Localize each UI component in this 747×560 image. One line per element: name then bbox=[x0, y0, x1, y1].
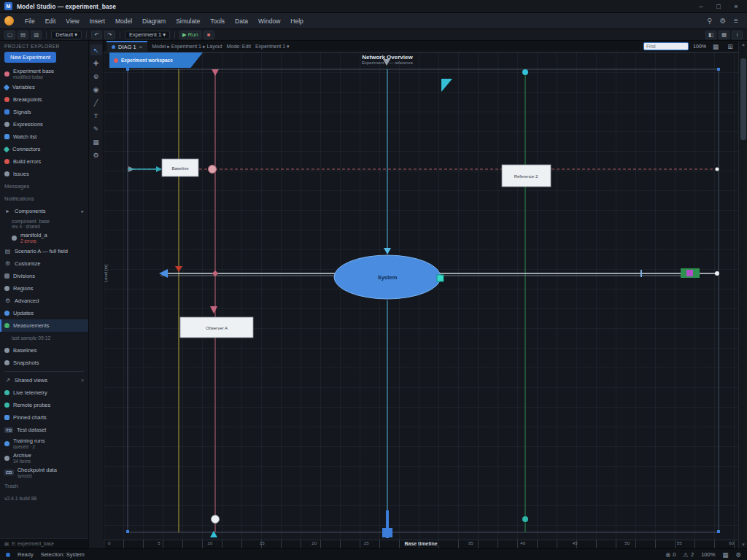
frame-corner[interactable] bbox=[126, 68, 129, 71]
sidebar-item[interactable]: Divisions bbox=[0, 270, 88, 282]
new-button[interactable]: ▢ bbox=[4, 31, 15, 39]
sidebar-item[interactable]: Snapshots bbox=[0, 357, 88, 369]
close-icon[interactable]: × bbox=[81, 378, 84, 383]
sidebar-item[interactable]: component_baserev 4 · shared bbox=[0, 217, 88, 230]
sidebar-item[interactable]: Issues bbox=[0, 168, 88, 180]
warnings-indicator[interactable]: ⚠2 bbox=[683, 551, 694, 559]
select-tool-icon[interactable]: ↖ bbox=[90, 44, 102, 55]
marker-red-triangle[interactable] bbox=[175, 266, 182, 272]
diagram-canvas[interactable]: Experiment workspace Network Overview Ex… bbox=[104, 52, 738, 540]
vertical-scrollbar[interactable]: ▴ ▾ bbox=[738, 41, 747, 548]
zoom-tool-icon[interactable]: ⊕ bbox=[90, 71, 102, 82]
grid-tool-icon[interactable]: ▦ bbox=[90, 136, 102, 147]
grid-icon[interactable]: ▦ bbox=[719, 31, 729, 39]
sidebar-item[interactable]: Signals bbox=[0, 106, 88, 118]
errors-indicator[interactable]: ⊗0 bbox=[665, 551, 676, 559]
sidebar-item[interactable]: Baselines bbox=[0, 344, 88, 357]
scrollbar-thumb[interactable] bbox=[740, 58, 746, 140]
frame-corner[interactable] bbox=[717, 68, 720, 71]
zoom-level[interactable]: 100% bbox=[701, 551, 715, 559]
scroll-up-icon[interactable]: ▴ bbox=[739, 42, 747, 47]
undo-button[interactable]: ↶ bbox=[91, 31, 102, 39]
menu-simulate[interactable]: Simulate bbox=[171, 15, 205, 27]
marker-teal-bottom[interactable] bbox=[522, 516, 528, 522]
experiment-selector[interactable]: Experiment 1 ▾ bbox=[255, 44, 290, 50]
pan-tool-icon[interactable]: ✚ bbox=[90, 58, 102, 69]
search-icon[interactable]: ⚲ bbox=[703, 15, 716, 26]
settings-icon[interactable]: ⚙ bbox=[716, 15, 729, 26]
close-button[interactable]: × bbox=[729, 3, 743, 10]
save-button[interactable]: ▥ bbox=[31, 31, 42, 39]
tool-settings-icon[interactable]: ⚙ bbox=[90, 149, 102, 160]
sidebar-item[interactable]: ↗Shared views× bbox=[0, 374, 88, 386]
sidebar-item[interactable]: TDTest dataset bbox=[0, 424, 88, 436]
experiment-flag[interactable]: Experiment workspace bbox=[109, 52, 203, 68]
marker-pink-top[interactable] bbox=[212, 69, 219, 76]
menu-window[interactable]: Window bbox=[253, 15, 285, 27]
sidebar-item[interactable]: manifold_a2 errors bbox=[0, 230, 88, 245]
find-input[interactable] bbox=[643, 42, 689, 50]
app-logo-icon[interactable] bbox=[4, 16, 14, 26]
resize-handle[interactable] bbox=[437, 275, 444, 281]
new-experiment-button[interactable]: New Experiment bbox=[4, 52, 56, 63]
sidebar-item[interactable]: ▸Components▸ bbox=[0, 205, 88, 217]
menu-help[interactable]: Help bbox=[285, 15, 308, 27]
scroll-down-icon[interactable]: ▾ bbox=[739, 542, 747, 548]
sidebar-item[interactable]: Notifications bbox=[0, 192, 88, 205]
grid-toggle-icon[interactable]: ▦ bbox=[722, 551, 728, 559]
menu-insert[interactable]: Insert bbox=[85, 15, 110, 27]
menu-view[interactable]: View bbox=[61, 15, 84, 27]
sidebar-item[interactable]: Breakpoints bbox=[0, 93, 88, 106]
sidebar-item[interactable]: Build errors bbox=[0, 155, 88, 168]
terminal-handle[interactable] bbox=[686, 270, 693, 276]
pencil-tool-icon[interactable]: ✎ bbox=[90, 123, 102, 134]
sidebar-item[interactable]: ⚙Advanced bbox=[0, 295, 88, 307]
experiment-combobox[interactable]: Experiment 1 ▾ bbox=[125, 31, 170, 39]
marker-pink-circle[interactable] bbox=[209, 166, 217, 174]
menu-tools[interactable]: Tools bbox=[205, 15, 230, 27]
sidebar-item[interactable]: Remote probes bbox=[0, 399, 88, 411]
settings-icon[interactable]: ⚙ bbox=[735, 551, 741, 559]
zoom-indicator[interactable]: 100% bbox=[693, 44, 706, 49]
sidebar-item[interactable]: v2.4.1 build 88 bbox=[0, 492, 88, 505]
info-icon[interactable]: i bbox=[732, 31, 743, 39]
sidebar-item[interactable]: Training runsqueued · 2 bbox=[0, 436, 88, 451]
sidebar-item[interactable]: Expressions bbox=[0, 118, 88, 131]
sidebar-item[interactable]: Trash bbox=[0, 480, 88, 492]
sidebar-item[interactable]: Experiment basemodified today bbox=[0, 66, 88, 81]
sidebar-item[interactable]: Updates bbox=[0, 307, 88, 319]
sidebar-item[interactable]: CDCheckpoint datasynced bbox=[0, 465, 88, 480]
marker-cyan-top[interactable] bbox=[522, 69, 528, 75]
sidebar-item[interactable]: Connectors bbox=[0, 143, 88, 155]
menu-edit[interactable]: Edit bbox=[40, 15, 61, 27]
tab-close-icon[interactable]: × bbox=[139, 44, 143, 50]
panel-left-icon[interactable]: ◧ bbox=[705, 31, 716, 39]
frame-corner[interactable] bbox=[717, 530, 720, 533]
sidebar-item[interactable]: ⚙Customize bbox=[0, 257, 88, 270]
node-tool-icon[interactable]: ◉ bbox=[90, 84, 102, 95]
sidebar-item[interactable]: Messages bbox=[0, 180, 88, 192]
maximize-button[interactable]: □ bbox=[712, 3, 725, 10]
minimize-button[interactable]: – bbox=[694, 3, 708, 10]
marker-blue-square[interactable] bbox=[382, 528, 392, 537]
run-button[interactable]: ▶ Run bbox=[179, 31, 201, 39]
edge-tool-icon[interactable]: ╱ bbox=[90, 97, 102, 108]
sidebar-item[interactable]: Pinned charts bbox=[0, 411, 88, 424]
tab-diagram[interactable]: DIAG 1 × bbox=[107, 41, 147, 52]
view-combobox[interactable]: Default ▾ bbox=[51, 31, 82, 39]
sidebar-item[interactable]: Archive34 items bbox=[0, 451, 88, 465]
menu-diagram[interactable]: Diagram bbox=[137, 15, 171, 27]
text-tool-icon[interactable]: T bbox=[90, 110, 102, 121]
grid-toggle-icon[interactable]: ▦ bbox=[711, 43, 721, 50]
sidebar-item[interactable]: Variables bbox=[0, 81, 88, 93]
marker-white-bottom[interactable] bbox=[212, 516, 220, 524]
menu-data[interactable]: Data bbox=[230, 15, 253, 27]
sidebar-item[interactable]: Regions bbox=[0, 282, 88, 295]
redo-button[interactable]: ↷ bbox=[104, 31, 115, 39]
sidebar-item[interactable]: last sample 09:12 bbox=[0, 332, 88, 344]
stop-button[interactable]: ■ bbox=[204, 31, 214, 39]
marker-cyan-flag[interactable] bbox=[441, 79, 452, 92]
sidebar-item[interactable]: Measurements bbox=[0, 319, 88, 332]
fit-view-icon[interactable]: ⊞ bbox=[725, 43, 735, 50]
sidebar-item[interactable]: Live telemetry bbox=[0, 386, 88, 399]
